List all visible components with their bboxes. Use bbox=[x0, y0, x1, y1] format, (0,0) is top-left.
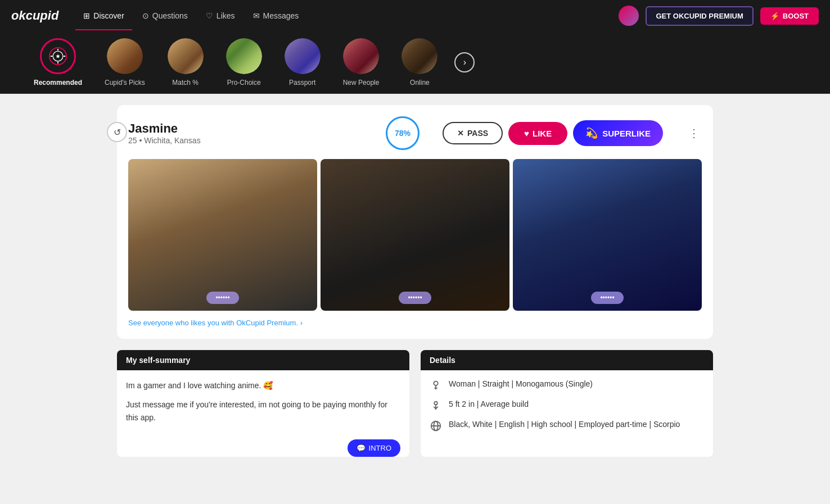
detail-background: Black, White | English | High school | E… bbox=[430, 420, 704, 432]
match-percent: 78% bbox=[395, 129, 411, 138]
like-label: LIKE bbox=[533, 129, 552, 138]
user-avatar[interactable] bbox=[619, 6, 639, 26]
category-bar: Recommended Cupid's Picks Match % Pro-Ch… bbox=[0, 31, 830, 94]
new-people-label: New People bbox=[343, 79, 380, 87]
more-options-button[interactable]: ⋮ bbox=[686, 124, 702, 142]
online-icon bbox=[402, 38, 437, 74]
header: okcupid ⊞ Discover ⊙ Questions ♡ Likes ✉… bbox=[0, 0, 830, 31]
profile-photo-3[interactable]: •••••• bbox=[513, 159, 702, 311]
height-icon bbox=[430, 399, 442, 412]
gender-icon bbox=[430, 379, 442, 392]
summary-line-2: Just message me if you're interested, im… bbox=[126, 398, 400, 424]
question-icon: ⊙ bbox=[142, 11, 149, 20]
action-buttons: ✕ PASS ♥ LIKE 💫 SUPERLIKE bbox=[428, 120, 677, 146]
profile-photo-1[interactable]: •••••• bbox=[128, 159, 317, 311]
grid-icon: ⊞ bbox=[83, 11, 90, 20]
nav-likes[interactable]: ♡ Likes bbox=[198, 7, 243, 25]
recommended-icon bbox=[40, 38, 76, 74]
detail-height: 5 ft 2 in | Average build bbox=[430, 399, 704, 412]
match-circle: 78% bbox=[386, 116, 419, 150]
photo-badge-2: •••••• bbox=[399, 292, 431, 304]
main-nav: ⊞ Discover ⊙ Questions ♡ Likes ✉ Message… bbox=[75, 7, 619, 25]
profile-location-separator: • bbox=[139, 136, 144, 145]
self-summary-card: My self-summary Im a gamer and I love wa… bbox=[117, 350, 409, 457]
profile-name: Jasmine bbox=[128, 121, 377, 136]
detail-height-text: 5 ft 2 in | Average build bbox=[449, 399, 529, 408]
match-icon bbox=[168, 38, 204, 74]
main-content: ↺ Jasmine 25 • Wichita, Kansas 78% ✕ PAS… bbox=[106, 105, 724, 457]
category-pro-choice[interactable]: Pro-Choice bbox=[215, 31, 273, 93]
passport-icon bbox=[285, 38, 321, 74]
profile-location: Wichita, Kansas bbox=[144, 136, 200, 145]
photo-badge-3: •••••• bbox=[591, 292, 623, 304]
pass-label: PASS bbox=[467, 129, 488, 138]
pass-button[interactable]: ✕ PASS bbox=[443, 122, 503, 144]
premium-link-arrow: › bbox=[300, 319, 303, 327]
details-list: Woman | Straight | Monogamous (Single) 5… bbox=[430, 379, 704, 432]
summary-line-1: Im a gamer and I love watching anime. 🥰 bbox=[126, 379, 400, 392]
heart-icon: ♡ bbox=[206, 11, 213, 20]
category-passport[interactable]: Passport bbox=[273, 31, 332, 93]
intro-label: INTRO bbox=[369, 444, 391, 452]
superlike-icon: 💫 bbox=[585, 127, 598, 139]
category-online[interactable]: Online bbox=[390, 31, 449, 93]
profile-photo-2[interactable]: •••••• bbox=[321, 159, 509, 311]
nav-questions[interactable]: ⊙ Questions bbox=[134, 7, 196, 25]
like-button[interactable]: ♥ LIKE bbox=[508, 122, 567, 145]
nav-questions-label: Questions bbox=[152, 11, 188, 20]
pro-choice-label: Pro-Choice bbox=[227, 79, 261, 87]
superlike-button[interactable]: 💫 SUPERLIKE bbox=[573, 120, 663, 146]
profile-card: ↺ Jasmine 25 • Wichita, Kansas 78% ✕ PAS… bbox=[117, 105, 713, 339]
detail-gender-text: Woman | Straight | Monogamous (Single) bbox=[449, 379, 593, 388]
svg-point-9 bbox=[434, 402, 437, 405]
match-label: Match % bbox=[172, 79, 199, 87]
cupids-picks-icon bbox=[107, 38, 143, 74]
photos-grid: •••••• •••••• •••••• bbox=[128, 159, 702, 311]
new-people-icon bbox=[343, 38, 379, 74]
like-heart-icon: ♥ bbox=[524, 129, 529, 138]
self-summary-body: Im a gamer and I love watching anime. 🥰 … bbox=[117, 370, 409, 442]
details-body: Woman | Straight | Monogamous (Single) 5… bbox=[421, 370, 713, 441]
details-card: Details Woman | Straight | Monogamous (S… bbox=[421, 350, 713, 457]
self-summary-header: My self-summary bbox=[117, 350, 409, 370]
photo-blur-2: •••••• bbox=[321, 159, 509, 311]
profile-name-area: Jasmine 25 • Wichita, Kansas bbox=[128, 121, 377, 145]
online-label: Online bbox=[410, 79, 430, 87]
premium-button[interactable]: GET OKCUPID PREMIUM bbox=[646, 6, 753, 26]
intro-button[interactable]: 💬 INTRO bbox=[348, 439, 400, 457]
boost-button[interactable]: ⚡ BOOST bbox=[760, 7, 819, 25]
detail-gender: Woman | Straight | Monogamous (Single) bbox=[430, 379, 704, 392]
nav-discover[interactable]: ⊞ Discover bbox=[75, 7, 132, 25]
cupids-picks-label: Cupid's Picks bbox=[105, 79, 145, 87]
category-items: Recommended Cupid's Picks Match % Pro-Ch… bbox=[22, 31, 449, 93]
nav-messages[interactable]: ✉ Messages bbox=[245, 7, 307, 25]
pro-choice-icon bbox=[226, 38, 262, 74]
boost-label: BOOST bbox=[783, 12, 809, 20]
photo-blur-1: •••••• bbox=[128, 159, 317, 311]
details-header: Details bbox=[421, 350, 713, 370]
category-cupids-picks[interactable]: Cupid's Picks bbox=[93, 31, 156, 93]
category-new-people[interactable]: New People bbox=[332, 31, 391, 93]
header-right: GET OKCUPID PREMIUM ⚡ BOOST bbox=[619, 6, 819, 26]
bottom-sections: My self-summary Im a gamer and I love wa… bbox=[117, 350, 713, 457]
message-icon: ✉ bbox=[253, 11, 260, 20]
category-next-button[interactable]: › bbox=[454, 52, 475, 72]
premium-link[interactable]: See everyone who likes you with OkCupid … bbox=[128, 319, 303, 327]
photo-blur-3: •••••• bbox=[513, 159, 702, 311]
superlike-label: SUPERLIKE bbox=[602, 129, 651, 138]
logo: okcupid bbox=[11, 8, 58, 23]
pass-x-icon: ✕ bbox=[457, 129, 464, 138]
category-recommended[interactable]: Recommended bbox=[22, 31, 93, 93]
self-summary-text: Im a gamer and I love watching anime. 🥰 … bbox=[126, 379, 400, 424]
globe-icon bbox=[430, 420, 442, 432]
refresh-button[interactable]: ↺ bbox=[107, 122, 127, 142]
profile-header: Jasmine 25 • Wichita, Kansas 78% ✕ PASS … bbox=[128, 116, 702, 150]
profile-age: 25 bbox=[128, 136, 137, 145]
intro-message-icon: 💬 bbox=[357, 444, 366, 452]
detail-background-text: Black, White | English | High school | E… bbox=[449, 420, 680, 429]
category-match[interactable]: Match % bbox=[156, 31, 215, 93]
passport-label: Passport bbox=[289, 79, 315, 87]
premium-link-text: See everyone who likes you with OkCupid … bbox=[128, 319, 298, 327]
nav-messages-label: Messages bbox=[263, 11, 299, 20]
photo-badge-1: •••••• bbox=[206, 292, 238, 304]
